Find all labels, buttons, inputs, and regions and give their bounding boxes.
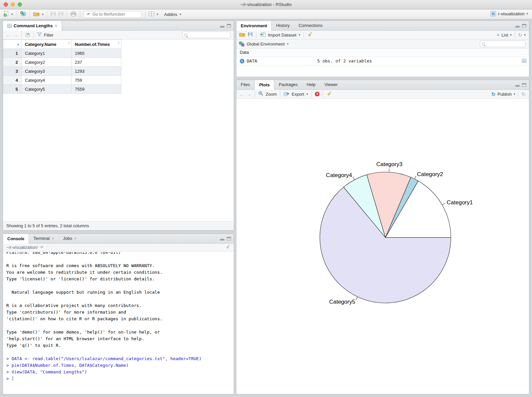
refresh-caret-icon[interactable]: ▾	[524, 34, 526, 37]
export-plot-label[interactable]: Export	[292, 92, 304, 97]
table-cell: Category5	[22, 85, 71, 94]
minimize-pane-icon[interactable]	[515, 85, 520, 87]
tab-viewer[interactable]: Viewer	[320, 80, 342, 89]
console-output[interactable]: Platform: x86_64-apple-darwin15.6.0 (64-…	[3, 252, 234, 394]
table-row[interactable]: 2Category2237	[3, 58, 121, 67]
refresh-icon[interactable]: ↻	[518, 33, 522, 38]
pane-layout-caret-icon[interactable]: ▾	[157, 13, 158, 16]
list-view-label[interactable]: List	[501, 33, 508, 38]
minimize-window-button[interactable]	[11, 2, 15, 7]
console-tabstrip: Console Terminal× Jobs×	[3, 234, 234, 244]
goto-directory-icon[interactable]	[40, 245, 44, 250]
expand-object-icon[interactable]: ▶	[240, 59, 244, 63]
import-dataset-button[interactable]: Import Dataset	[268, 33, 296, 38]
tab-console[interactable]: Console	[3, 234, 29, 244]
goto-file-input[interactable]	[92, 12, 137, 17]
column-header-category-name[interactable]: Category.Name ▲▼	[22, 40, 71, 49]
clear-environment-icon[interactable]	[307, 32, 313, 38]
row-number-header[interactable]: ▲	[3, 40, 22, 49]
pane-layout-icon[interactable]	[149, 11, 154, 17]
data-viewer-toolbar: ← → Filter	[3, 31, 234, 40]
list-view-icon[interactable]: ≡	[497, 32, 499, 38]
project-chooser[interactable]: R r-visualization ▾	[490, 11, 528, 17]
new-file-caret-icon[interactable]: ▾	[11, 13, 13, 16]
environment-search-input[interactable]	[486, 41, 519, 47]
table-row[interactable]: 4Category4759	[3, 76, 121, 85]
tab-files[interactable]: Files	[236, 80, 254, 89]
maximize-pane-icon[interactable]	[522, 24, 526, 28]
console-prompt[interactable]: >	[6, 375, 234, 382]
tab-command-lengths[interactable]: Command Lengths ×	[3, 21, 62, 31]
import-dataset-icon[interactable]	[260, 32, 266, 38]
tab-history[interactable]: History	[272, 21, 294, 30]
zoom-plot-icon[interactable]	[258, 91, 263, 97]
save-all-icon	[58, 11, 64, 18]
tab-environment[interactable]: Environment	[236, 21, 272, 31]
tab-packages[interactable]: Packages	[274, 80, 302, 89]
tab-plots[interactable]: Plots	[254, 80, 274, 90]
goto-file-box[interactable]	[83, 11, 142, 18]
table-row[interactable]: 5Category57559	[3, 85, 121, 94]
refresh-plot-icon[interactable]: ↻	[521, 92, 526, 97]
tab-jobs[interactable]: Jobs×	[59, 234, 81, 243]
clear-plots-icon[interactable]	[327, 91, 332, 97]
addins-button[interactable]: Addins	[164, 12, 178, 17]
close-icon[interactable]: ×	[74, 234, 76, 243]
new-file-icon[interactable]	[3, 11, 9, 18]
filter-icon[interactable]	[37, 32, 42, 38]
column-header-number-of-times[interactable]: Number.of.Times ▲▼	[71, 40, 121, 49]
maximize-pane-icon[interactable]	[227, 24, 231, 28]
sort-icons[interactable]: ▲▼	[68, 41, 70, 45]
environment-search-box[interactable]	[480, 41, 526, 47]
close-window-button[interactable]	[4, 2, 8, 7]
maximize-pane-icon[interactable]	[522, 83, 526, 87]
publish-button[interactable]: Publish	[497, 92, 512, 97]
save-workspace-icon[interactable]	[248, 32, 253, 38]
new-project-icon[interactable]: R	[20, 11, 26, 18]
global-environment-icon	[239, 42, 244, 47]
table-row[interactable]: 3Category31293	[3, 67, 121, 76]
environment-object-row[interactable]: ▶DATA5 obs. of 2 variables	[236, 57, 529, 65]
table-row[interactable]: 1Category11965	[3, 49, 121, 58]
table-search-input[interactable]	[189, 32, 222, 38]
publish-caret-icon[interactable]: ▾	[514, 93, 515, 96]
addins-caret-icon[interactable]: ▾	[180, 13, 181, 16]
tab-label: Command Lengths	[14, 21, 53, 31]
tab-terminal[interactable]: Terminal×	[29, 234, 59, 243]
minimize-pane-icon[interactable]	[220, 239, 224, 241]
console-output-line: R is free software and comes with ABSOLU…	[6, 262, 234, 269]
tab-connections[interactable]: Connections	[294, 21, 327, 30]
filter-label[interactable]: Filter	[44, 33, 54, 38]
sort-icons[interactable]: ▲▼	[118, 41, 120, 45]
import-dataset-caret-icon[interactable]: ▾	[299, 34, 300, 37]
view-table-icon[interactable]	[522, 59, 526, 63]
tab-help[interactable]: Help	[302, 80, 320, 89]
back-icon[interactable]: ←	[6, 33, 11, 38]
open-in-window-icon[interactable]	[25, 32, 30, 38]
previous-plot-icon[interactable]: ←	[239, 92, 244, 97]
next-plot-icon[interactable]: →	[246, 92, 251, 97]
scope-selector[interactable]: Global Environment	[247, 42, 285, 47]
forward-icon[interactable]: →	[13, 33, 18, 38]
clear-console-icon[interactable]	[225, 245, 230, 250]
load-workspace-icon[interactable]	[239, 32, 245, 38]
console-output-line: Type 'contributors()' for more informati…	[6, 309, 234, 316]
remove-plot-icon[interactable]: ×	[315, 92, 320, 96]
table-search-box[interactable]	[182, 32, 230, 38]
export-plot-icon[interactable]	[284, 91, 289, 97]
maximize-pane-icon[interactable]	[227, 237, 231, 241]
console-output-line: Platform: x86_64-apple-darwin15.6.0 (64-…	[6, 252, 234, 256]
open-file-caret-icon[interactable]: ▾	[42, 13, 44, 16]
close-icon[interactable]: ×	[52, 234, 54, 243]
minimize-pane-icon[interactable]	[515, 26, 520, 28]
export-caret-icon[interactable]: ▾	[307, 93, 308, 96]
scope-caret-icon[interactable]: ▾	[287, 43, 289, 46]
zoom-window-button[interactable]	[18, 2, 22, 7]
close-icon[interactable]: ×	[55, 21, 57, 31]
minimize-pane-icon[interactable]	[220, 26, 224, 28]
zoom-plot-label[interactable]: Zoom	[266, 92, 277, 97]
console-command: > pie(DATA$Number.of.Times, DATA$Categor…	[6, 362, 234, 369]
print-icon[interactable]	[70, 11, 76, 18]
open-file-icon[interactable]	[33, 11, 40, 18]
list-view-caret-icon[interactable]: ▾	[510, 34, 512, 37]
